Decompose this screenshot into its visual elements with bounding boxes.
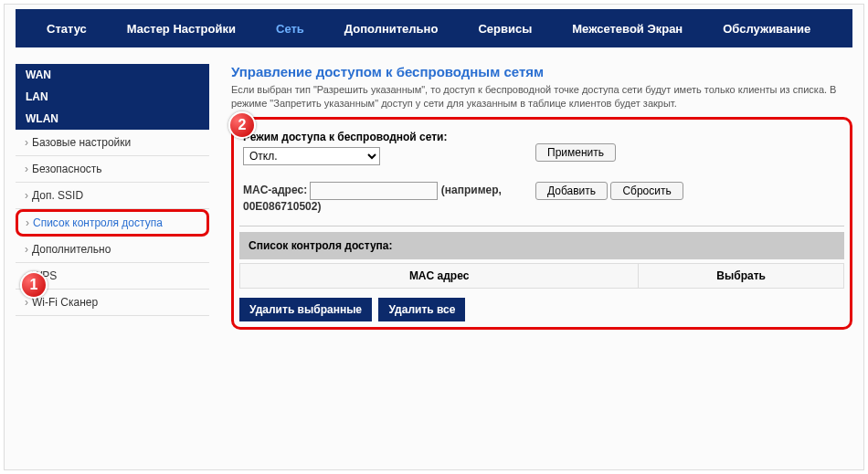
chevron-right-icon: › <box>25 296 28 309</box>
sidebar-item-access-control[interactable]: ›Список контроля доступа <box>16 209 209 237</box>
sidebar-section-lan[interactable]: LAN <box>16 86 209 108</box>
nav-status[interactable]: Статус <box>26 22 107 36</box>
mode-select[interactable]: Откл. <box>243 147 380 165</box>
sidebar-item-label: Безопасность <box>32 163 102 175</box>
add-button[interactable]: Добавить <box>535 182 608 200</box>
chevron-right-icon: › <box>25 189 28 202</box>
acl-list-title: Список контроля доступа: <box>239 232 844 259</box>
apply-button[interactable]: Применить <box>535 143 616 162</box>
page-container: Статус Мастер Настройки Сеть Дополнитель… <box>4 4 864 470</box>
delete-all-button[interactable]: Удалить все <box>378 298 465 321</box>
mac-input[interactable] <box>310 182 438 200</box>
col-select-header: Выбрать <box>639 263 844 288</box>
page-title: Управление доступом к беспроводным сетям <box>231 64 852 79</box>
settings-panel: Режим доступа к беспроводной сети: Откл.… <box>231 117 852 330</box>
mac-label: MAC-адрес: <box>243 184 307 196</box>
annotation-badge-1: 1 <box>20 271 48 299</box>
sidebar-item-advanced[interactable]: ›Дополнительно <box>16 237 209 263</box>
mode-label: Режим доступа к беспроводной сети: <box>243 131 535 143</box>
nav-firewall[interactable]: Межсетевой Экран <box>552 22 703 36</box>
nav-advanced[interactable]: Дополнительно <box>324 22 459 36</box>
nav-services[interactable]: Сервисы <box>458 22 552 36</box>
top-nav: Статус Мастер Настройки Сеть Дополнитель… <box>16 9 852 49</box>
nav-wizard[interactable]: Мастер Настройки <box>107 22 256 36</box>
sidebar-section-wlan[interactable]: WLAN <box>16 108 209 130</box>
sidebar-item-label: Дополнительно <box>32 243 111 256</box>
sidebar-item-ssid[interactable]: ›Доп. SSID <box>16 183 209 209</box>
delete-selected-button[interactable]: Удалить выбранные <box>239 298 372 321</box>
sidebar-item-label: Базовые настройки <box>32 136 131 149</box>
sidebar-item-label: Список контроля доступа <box>33 216 163 229</box>
nav-maintenance[interactable]: Обслуживание <box>703 22 831 36</box>
acl-table: MAC адрес Выбрать <box>239 263 844 289</box>
reset-button[interactable]: Сбросить <box>610 182 683 200</box>
nav-network[interactable]: Сеть <box>256 22 324 36</box>
sidebar-section-wan[interactable]: WAN <box>16 64 209 86</box>
sidebar-item-label: Wi-Fi Сканер <box>32 296 98 309</box>
chevron-right-icon: › <box>25 136 28 149</box>
sidebar-item-label: Доп. SSID <box>32 189 83 202</box>
chevron-right-icon: › <box>25 243 28 256</box>
chevron-right-icon: › <box>26 216 29 229</box>
content-area: Управление доступом к беспроводным сетям… <box>231 64 852 330</box>
sidebar-item-security[interactable]: ›Безопасность <box>16 156 209 183</box>
chevron-right-icon: › <box>25 163 28 175</box>
sidebar-item-wifi-scanner[interactable]: ›Wi-Fi Сканер <box>16 290 209 316</box>
annotation-badge-2: 2 <box>228 111 256 139</box>
page-description: Если выбран тип "Разрешить указанным", т… <box>231 83 852 111</box>
col-mac-header: MAC адрес <box>240 263 639 288</box>
sidebar-item-basic[interactable]: ›Базовые настройки <box>16 130 209 156</box>
